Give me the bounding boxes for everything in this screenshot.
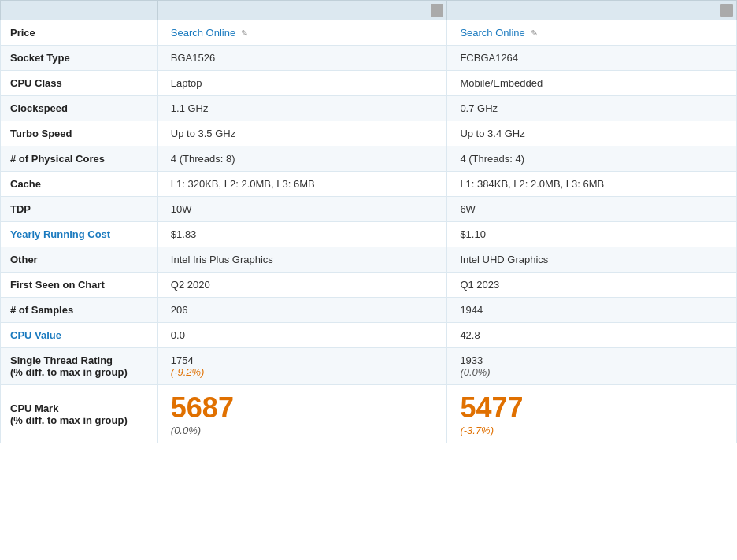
- comparison-table: PriceSearch Online ✎Search Online ✎Socke…: [0, 0, 737, 443]
- cpu1-value: Laptop: [157, 71, 447, 96]
- cpu2-value: 42.8: [447, 323, 737, 348]
- cpu1-value: 5687(0.0%): [157, 385, 447, 443]
- cpu2-value: 4 (Threads: 4): [447, 146, 737, 172]
- table-row: # of Samples2061944: [1, 298, 737, 323]
- cpu1-search-link[interactable]: Search Online: [171, 27, 235, 39]
- row-label: Yearly Running Cost: [1, 222, 158, 247]
- cpu1-value: BGA1526: [157, 46, 447, 71]
- table-row: CacheL1: 320KB, L2: 2.0MB, L3: 6MBL1: 38…: [1, 172, 737, 197]
- table-row: TDP10W6W: [1, 197, 737, 222]
- cpu1-mark-diff: (0.0%): [171, 425, 201, 436]
- cpu1-rating: 1754: [171, 354, 194, 366]
- edit-icon: ✎: [528, 28, 538, 38]
- cpu1-mark: 5687: [171, 391, 435, 425]
- header-row: [1, 1, 737, 20]
- cpu2-value: FCBGA1264: [447, 46, 737, 71]
- cpu1-value: 10W: [157, 197, 447, 222]
- header-cpu1-cell: [157, 1, 447, 20]
- cpu2-mark: 5477: [460, 391, 724, 425]
- edit-icon: ✎: [239, 28, 248, 38]
- cpu2-rating: 1933: [460, 354, 483, 366]
- cpu2-value: 5477(-3.7%): [447, 385, 737, 443]
- close-cpu1-button[interactable]: [431, 4, 443, 17]
- row-label: TDP: [1, 197, 158, 222]
- row-label: CPU Class: [1, 71, 158, 96]
- cpu1-value: $1.83: [157, 222, 447, 247]
- cpu1-value: 0.0: [157, 323, 447, 348]
- row-label: Other: [1, 247, 158, 273]
- cpu2-value: 6W: [447, 197, 737, 222]
- table-row: CPU Value0.042.8: [1, 323, 737, 348]
- cpu2-value: Intel UHD Graphics: [447, 247, 737, 273]
- close-cpu2-button[interactable]: [720, 4, 733, 17]
- header-cpu2-cell: [447, 1, 737, 20]
- table-row: Socket TypeBGA1526FCBGA1264: [1, 46, 737, 71]
- cpu1-diff: (-9.2%): [171, 366, 205, 378]
- row-label: Turbo Speed: [1, 121, 158, 146]
- row-label: Single Thread Rating(% diff. to max in g…: [1, 348, 158, 385]
- table-body: PriceSearch Online ✎Search Online ✎Socke…: [1, 20, 737, 443]
- row-label: Cache: [1, 172, 158, 197]
- row-label: First Seen on Chart: [1, 273, 158, 298]
- cpu2-mark-diff: (-3.7%): [460, 425, 494, 436]
- row-label: CPU Value: [1, 323, 158, 348]
- cpu2-value: 1944: [447, 298, 737, 323]
- table-row: Single Thread Rating(% diff. to max in g…: [1, 348, 737, 385]
- cpu2-value: 0.7 GHz: [447, 96, 737, 121]
- cpu1-value: Intel Iris Plus Graphics: [157, 247, 447, 273]
- table-row: Yearly Running Cost$1.83$1.10: [1, 222, 737, 247]
- table-row: CPU Mark(% diff. to max in group)5687(0.…: [1, 385, 737, 443]
- table-row: First Seen on ChartQ2 2020Q1 2023: [1, 273, 737, 298]
- row-label: CPU Mark(% diff. to max in group): [1, 385, 158, 443]
- table-row: Clockspeed1.1 GHz0.7 GHz: [1, 96, 737, 121]
- cpu1-value: 4 (Threads: 8): [157, 146, 447, 172]
- cpu1-value: Search Online ✎: [157, 20, 447, 46]
- row-label: Clockspeed: [1, 96, 158, 121]
- cpu1-value: 1.1 GHz: [157, 96, 447, 121]
- cpu2-value: L1: 384KB, L2: 2.0MB, L3: 6MB: [447, 172, 737, 197]
- row-label: Price: [1, 20, 158, 46]
- cpu2-search-link[interactable]: Search Online: [460, 27, 524, 39]
- cpu1-value: 206: [157, 298, 447, 323]
- cpu2-value: $1.10: [447, 222, 737, 247]
- cpu2-diff: (0.0%): [460, 366, 490, 378]
- cpu2-value: Q1 2023: [447, 273, 737, 298]
- cpu2-value: Up to 3.4 GHz: [447, 121, 737, 146]
- table-row: PriceSearch Online ✎Search Online ✎: [1, 20, 737, 46]
- cpu2-value: Mobile/Embedded: [447, 71, 737, 96]
- cpu1-value: 1754(-9.2%): [157, 348, 447, 385]
- cpu1-value: L1: 320KB, L2: 2.0MB, L3: 6MB: [157, 172, 447, 197]
- row-label: # of Physical Cores: [1, 146, 158, 172]
- cpu2-value: 1933(0.0%): [447, 348, 737, 385]
- row-label: Socket Type: [1, 46, 158, 71]
- table-row: # of Physical Cores4 (Threads: 8)4 (Thre…: [1, 146, 737, 172]
- row-label: # of Samples: [1, 298, 158, 323]
- table-row: Turbo SpeedUp to 3.5 GHzUp to 3.4 GHz: [1, 121, 737, 146]
- header-label-cell: [1, 1, 158, 20]
- table-row: CPU ClassLaptopMobile/Embedded: [1, 71, 737, 96]
- table-row: OtherIntel Iris Plus GraphicsIntel UHD G…: [1, 247, 737, 273]
- cpu2-value: Search Online ✎: [447, 20, 737, 46]
- cpu1-value: Q2 2020: [157, 273, 447, 298]
- cpu1-value: Up to 3.5 GHz: [157, 121, 447, 146]
